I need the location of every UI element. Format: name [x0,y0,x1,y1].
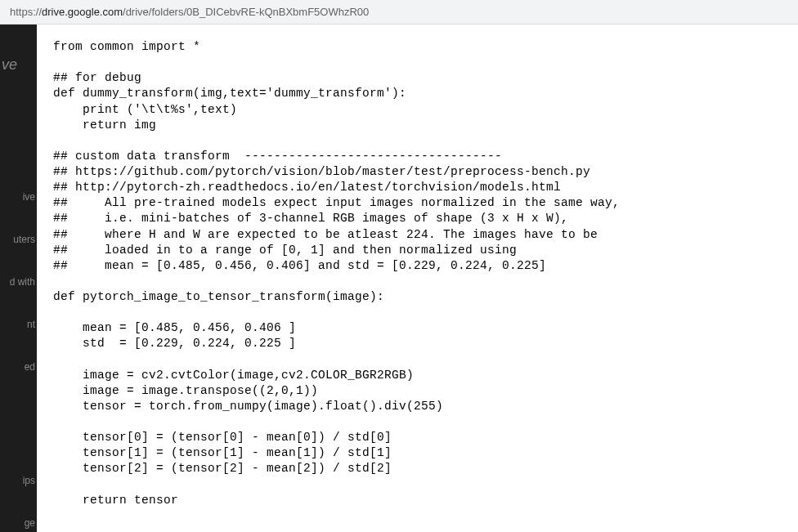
main-container: ve ive uters d with nt ed ips ge from co… [0,25,798,532]
url-full: https://drive.google.com/drive/folders/0… [10,6,369,18]
sidebar-item-0[interactable]: ive [0,188,37,206]
sidebar-item-2[interactable]: d with [0,273,37,291]
sidebar-item-5[interactable]: ips [0,472,37,490]
url-path: /drive/folders/0B_DICebvRE-kQnBXbmF5OWhz… [123,6,369,18]
sidebar-logo[interactable]: ve [0,53,19,77]
url-prefix: https:// [10,6,42,18]
sidebar-item-6[interactable]: ge [0,514,37,532]
url-bar[interactable]: https://drive.google.com/drive/folders/0… [0,0,798,25]
sidebar: ve ive uters d with nt ed ips ge [0,25,37,532]
content-area[interactable]: from common import * ## for debug def du… [37,25,798,532]
sidebar-item-3[interactable]: nt [0,315,37,333]
code-content: from common import * ## for debug def du… [53,39,782,508]
sidebar-item-1[interactable]: uters [0,230,37,248]
sidebar-item-4[interactable]: ed [0,358,37,376]
url-domain: drive.google.com [42,6,123,18]
